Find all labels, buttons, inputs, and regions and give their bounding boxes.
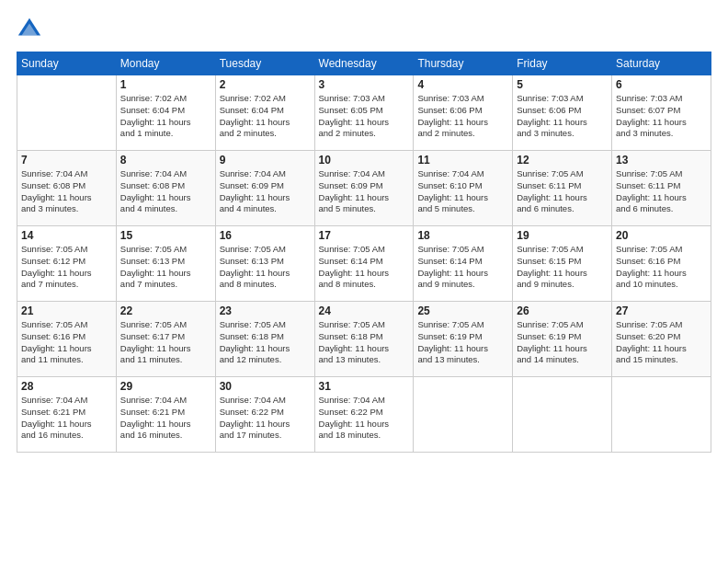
day-info: Sunrise: 7:04 AMSunset: 6:08 PMDaylight:… [21, 168, 112, 215]
calendar-day-cell: 13Sunrise: 7:05 AMSunset: 6:11 PMDayligh… [612, 151, 711, 226]
day-info: Sunrise: 7:05 AMSunset: 6:11 PMDaylight:… [616, 168, 707, 215]
day-info: Sunrise: 7:04 AMSunset: 6:22 PMDaylight:… [319, 395, 410, 442]
day-info: Sunrise: 7:02 AMSunset: 6:04 PMDaylight:… [220, 93, 311, 140]
day-info: Sunrise: 7:03 AMSunset: 6:05 PMDaylight:… [319, 93, 410, 140]
calendar-day-cell: 22Sunrise: 7:05 AMSunset: 6:17 PMDayligh… [116, 302, 215, 377]
day-info: Sunrise: 7:05 AMSunset: 6:12 PMDaylight:… [21, 244, 112, 291]
day-info: Sunrise: 7:05 AMSunset: 6:14 PMDaylight:… [417, 244, 508, 291]
calendar-day-cell [513, 377, 612, 453]
day-of-week-header: Wednesday [314, 52, 414, 75]
day-info: Sunrise: 7:04 AMSunset: 6:21 PMDaylight:… [120, 395, 211, 442]
day-number: 9 [220, 154, 311, 167]
calendar-day-cell: 4Sunrise: 7:03 AMSunset: 6:06 PMDaylight… [414, 75, 513, 151]
calendar-day-cell: 20Sunrise: 7:05 AMSunset: 6:16 PMDayligh… [612, 226, 711, 302]
day-header-row: SundayMondayTuesdayWednesdayThursdayFrid… [17, 52, 711, 75]
day-info: Sunrise: 7:05 AMSunset: 6:19 PMDaylight:… [417, 319, 508, 366]
day-number: 19 [517, 229, 608, 242]
calendar-table: SundayMondayTuesdayWednesdayThursdayFrid… [17, 52, 711, 453]
calendar-day-cell: 24Sunrise: 7:05 AMSunset: 6:18 PMDayligh… [314, 302, 414, 377]
day-info: Sunrise: 7:05 AMSunset: 6:17 PMDaylight:… [120, 319, 211, 366]
day-number: 16 [220, 229, 311, 242]
day-number: 5 [517, 78, 608, 91]
day-number: 17 [319, 229, 410, 242]
calendar-day-cell: 10Sunrise: 7:04 AMSunset: 6:09 PMDayligh… [314, 151, 414, 226]
day-info: Sunrise: 7:05 AMSunset: 6:18 PMDaylight:… [220, 319, 311, 366]
day-number: 23 [220, 304, 311, 317]
calendar-day-cell: 5Sunrise: 7:03 AMSunset: 6:06 PMDaylight… [513, 75, 612, 151]
calendar-day-cell: 15Sunrise: 7:05 AMSunset: 6:13 PMDayligh… [116, 226, 215, 302]
day-number: 8 [120, 154, 211, 167]
calendar-week-row: 1Sunrise: 7:02 AMSunset: 6:04 PMDaylight… [17, 75, 711, 151]
page: SundayMondayTuesdayWednesdayThursdayFrid… [0, 0, 728, 563]
calendar-day-cell: 19Sunrise: 7:05 AMSunset: 6:15 PMDayligh… [513, 226, 612, 302]
calendar-day-cell: 18Sunrise: 7:05 AMSunset: 6:14 PMDayligh… [414, 226, 513, 302]
day-info: Sunrise: 7:05 AMSunset: 6:15 PMDaylight:… [517, 244, 608, 291]
day-info: Sunrise: 7:03 AMSunset: 6:07 PMDaylight:… [616, 93, 707, 140]
day-number: 14 [21, 229, 112, 242]
calendar-day-cell: 7Sunrise: 7:04 AMSunset: 6:08 PMDaylight… [17, 151, 117, 226]
calendar-day-cell: 12Sunrise: 7:05 AMSunset: 6:11 PMDayligh… [513, 151, 612, 226]
day-info: Sunrise: 7:02 AMSunset: 6:04 PMDaylight:… [120, 93, 211, 140]
calendar-day-cell: 25Sunrise: 7:05 AMSunset: 6:19 PMDayligh… [414, 302, 513, 377]
day-number: 25 [417, 304, 508, 317]
logo-icon [17, 17, 42, 42]
calendar-day-cell [414, 377, 513, 453]
calendar-day-cell: 23Sunrise: 7:05 AMSunset: 6:18 PMDayligh… [215, 302, 314, 377]
logo [17, 17, 46, 42]
day-number: 6 [616, 78, 707, 91]
calendar-week-row: 7Sunrise: 7:04 AMSunset: 6:08 PMDaylight… [17, 151, 711, 226]
calendar-day-cell: 8Sunrise: 7:04 AMSunset: 6:08 PMDaylight… [116, 151, 215, 226]
day-number: 3 [319, 78, 410, 91]
day-number: 1 [120, 78, 211, 91]
day-info: Sunrise: 7:04 AMSunset: 6:10 PMDaylight:… [417, 168, 508, 215]
day-info: Sunrise: 7:04 AMSunset: 6:22 PMDaylight:… [220, 395, 311, 442]
day-number: 27 [616, 304, 707, 317]
calendar-day-cell: 29Sunrise: 7:04 AMSunset: 6:21 PMDayligh… [116, 377, 215, 453]
calendar-day-cell: 9Sunrise: 7:04 AMSunset: 6:09 PMDaylight… [215, 151, 314, 226]
day-number: 4 [417, 78, 508, 91]
day-info: Sunrise: 7:05 AMSunset: 6:20 PMDaylight:… [616, 319, 707, 366]
day-number: 10 [319, 154, 410, 167]
day-info: Sunrise: 7:05 AMSunset: 6:14 PMDaylight:… [319, 244, 410, 291]
day-info: Sunrise: 7:04 AMSunset: 6:08 PMDaylight:… [120, 168, 211, 215]
day-number: 28 [21, 380, 112, 393]
day-of-week-header: Monday [116, 52, 215, 75]
day-info: Sunrise: 7:03 AMSunset: 6:06 PMDaylight:… [517, 93, 608, 140]
day-number: 11 [417, 154, 508, 167]
day-number: 21 [21, 304, 112, 317]
day-number: 20 [616, 229, 707, 242]
calendar-day-cell: 6Sunrise: 7:03 AMSunset: 6:07 PMDaylight… [612, 75, 711, 151]
day-info: Sunrise: 7:05 AMSunset: 6:16 PMDaylight:… [21, 319, 112, 366]
calendar-week-row: 28Sunrise: 7:04 AMSunset: 6:21 PMDayligh… [17, 377, 711, 453]
day-of-week-header: Thursday [414, 52, 513, 75]
day-number: 31 [319, 380, 410, 393]
calendar-day-cell: 27Sunrise: 7:05 AMSunset: 6:20 PMDayligh… [612, 302, 711, 377]
calendar-day-cell [612, 377, 711, 453]
day-number: 12 [517, 154, 608, 167]
day-number: 29 [120, 380, 211, 393]
day-of-week-header: Friday [513, 52, 612, 75]
day-info: Sunrise: 7:05 AMSunset: 6:16 PMDaylight:… [616, 244, 707, 291]
day-number: 22 [120, 304, 211, 317]
day-info: Sunrise: 7:05 AMSunset: 6:13 PMDaylight:… [220, 244, 311, 291]
day-info: Sunrise: 7:05 AMSunset: 6:18 PMDaylight:… [319, 319, 410, 366]
day-number: 30 [220, 380, 311, 393]
calendar-day-cell: 11Sunrise: 7:04 AMSunset: 6:10 PMDayligh… [414, 151, 513, 226]
calendar-day-cell: 21Sunrise: 7:05 AMSunset: 6:16 PMDayligh… [17, 302, 117, 377]
header [17, 17, 711, 42]
calendar-day-cell: 31Sunrise: 7:04 AMSunset: 6:22 PMDayligh… [314, 377, 414, 453]
day-number: 26 [517, 304, 608, 317]
day-info: Sunrise: 7:04 AMSunset: 6:09 PMDaylight:… [220, 168, 311, 215]
day-number: 18 [417, 229, 508, 242]
day-of-week-header: Tuesday [215, 52, 314, 75]
calendar-day-cell: 26Sunrise: 7:05 AMSunset: 6:19 PMDayligh… [513, 302, 612, 377]
day-info: Sunrise: 7:05 AMSunset: 6:13 PMDaylight:… [120, 244, 211, 291]
calendar-day-cell: 17Sunrise: 7:05 AMSunset: 6:14 PMDayligh… [314, 226, 414, 302]
day-number: 2 [220, 78, 311, 91]
calendar-day-cell: 30Sunrise: 7:04 AMSunset: 6:22 PMDayligh… [215, 377, 314, 453]
calendar-day-cell [17, 75, 117, 151]
day-number: 13 [616, 154, 707, 167]
day-info: Sunrise: 7:05 AMSunset: 6:19 PMDaylight:… [517, 319, 608, 366]
calendar-day-cell: 2Sunrise: 7:02 AMSunset: 6:04 PMDaylight… [215, 75, 314, 151]
calendar-week-row: 21Sunrise: 7:05 AMSunset: 6:16 PMDayligh… [17, 302, 711, 377]
